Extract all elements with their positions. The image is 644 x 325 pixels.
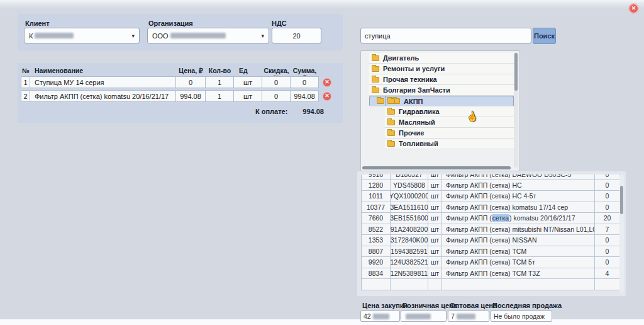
organization-select[interactable]: ООО ▾: [147, 28, 269, 43]
tree-folder-item[interactable]: Топливный: [385, 139, 514, 149]
result-cell-unit: шт: [428, 180, 442, 191]
result-cell-id: 1011: [362, 191, 391, 202]
cart-panel: № Наименование Цена, ₽ Кол-во Ед Скидка,…: [18, 63, 343, 123]
category-tree: Двигатель Ремонты и услуги Прочая техник…: [361, 53, 519, 149]
result-cell-article: YDS45808: [391, 180, 428, 191]
cart-total-value: 994.08: [303, 108, 324, 115]
redacted-purchase-price: [373, 314, 389, 319]
cart-cell-price[interactable]: 994.08: [176, 90, 206, 102]
redacted-client-value: [35, 33, 74, 38]
result-cell-qty: 0: [595, 174, 620, 180]
result-cell-article: 124U382521: [391, 257, 428, 268]
result-row[interactable]: 1353 3172840K00 шт Фильтр АКПП (сетка) N…: [362, 235, 620, 246]
cart-cell-qty[interactable]: 1: [206, 76, 234, 88]
folder-icon: [372, 66, 379, 72]
result-cell-unit: шт: [428, 257, 442, 268]
result-cell-qty: [595, 279, 620, 290]
result-cell-id: 8807: [362, 246, 391, 257]
letterbox-top: [0, 0, 644, 9]
tree-horizontal-scrollbar-thumb[interactable]: [362, 166, 511, 169]
result-cell-name: Фильтр АКПП (сетка) komatsu 17/14 сер: [442, 202, 595, 213]
retail-price-value: [401, 311, 447, 322]
cart-cell-qty[interactable]: 1: [206, 90, 234, 102]
result-cell-unit: шт: [428, 246, 442, 257]
organization-label: Организация: [148, 20, 193, 27]
result-row[interactable]: 8807 1594382591 шт Фильтр АКПП (сетка) T…: [362, 246, 620, 258]
result-row[interactable]: 7660 3EB1551600 шт Фильтр АКПП (сетка) k…: [362, 213, 620, 224]
tree-folder-item[interactable]: Болгария ЗапЧасти: [369, 85, 514, 96]
last-sale-value: Не было продаж: [491, 311, 552, 322]
wholesale-price-field: Оптовая цена 7: [448, 302, 497, 322]
folder-icon: [372, 88, 379, 93]
result-row[interactable]: 9916 D180327 шт Фильтр АКПП (сетка) DAEW…: [362, 174, 620, 180]
cart-cell-unit: шт: [234, 90, 262, 102]
redacted-retail-price: [406, 314, 431, 319]
tree-folder-label: Гидравлика: [399, 108, 440, 115]
results-vertical-scrollbar[interactable]: [619, 174, 624, 293]
result-cell-article: 3EA1511610: [391, 202, 428, 213]
tree-folder-item[interactable]: Масляный: [385, 117, 514, 128]
result-row[interactable]: 1280 YDS45808 шт Фильтр АКПП (сетка) HC …: [362, 180, 620, 191]
result-row[interactable]: 8834 12N5389811 шт Фильтр АКПП (сетка) T…: [362, 268, 620, 280]
result-cell-id: 9916: [362, 174, 391, 180]
result-cell-id: 7660: [362, 213, 391, 224]
redacted-organization-value: [170, 33, 226, 38]
cart-row[interactable]: 2 Фильтр АКПП (сетка) komatsu 20/16/21/1…: [21, 90, 331, 102]
folder-icon: [387, 98, 395, 104]
folder-icon: [387, 141, 395, 147]
tree-folder-item[interactable]: АКПП: [385, 96, 514, 106]
result-cell-name: Фильтр АКПП (сетка) HC 4-5т: [442, 191, 595, 202]
cart-cell-price[interactable]: 0: [176, 76, 206, 88]
cart-row[interactable]: 1 Ступица МУ 14 серия 0 1 шт 0 0 ✕: [21, 76, 331, 88]
cart-cell-name[interactable]: Фильтр АКПП (сетка) komatsu 20/16/21/17: [30, 90, 176, 102]
folder-icon: [372, 77, 379, 83]
result-row[interactable]: 10377 3EA1511610 шт Фильтр АКПП (сетка) …: [362, 202, 620, 214]
cart-cell-unit: шт: [234, 76, 262, 88]
result-cell-qty: 0: [595, 235, 620, 246]
remove-item-button[interactable]: ✕: [323, 92, 331, 101]
tree-folder-item[interactable]: Двигатель: [369, 53, 514, 64]
result-cell-article: 3EB1551600: [391, 213, 428, 224]
result-cell-name: Фильтр АКПП (сетка) NISSAN: [442, 235, 595, 246]
close-window-button[interactable]: ✕: [628, 3, 639, 14]
result-cell-qty: 0: [595, 246, 620, 257]
cart-cell-num: 2: [21, 90, 30, 102]
result-cell-id: 8834: [362, 268, 391, 279]
cart-cell-discount[interactable]: 0: [262, 76, 291, 88]
result-cell-article: 12N5389811: [391, 268, 428, 279]
tree-folder-label: Прочие: [399, 129, 424, 137]
tree-folder-label: Топливный: [399, 140, 438, 147]
remove-item-button[interactable]: ✕: [323, 78, 331, 87]
tree-folder-label: Масляный: [399, 118, 435, 126]
cart-total: К оплате: 994.08: [255, 108, 324, 115]
tree-vertical-scrollbar-thumb[interactable]: [514, 53, 518, 91]
search-button[interactable]: Поиск: [533, 28, 556, 44]
last-sale-field: Последняя продажа Не было продаж: [491, 302, 562, 322]
chevron-down-icon: ▾: [131, 33, 135, 39]
result-cell-qty: 7: [595, 224, 620, 235]
result-row[interactable]: 8522 91A2408200 шт Фильтр АКПП (сетка) m…: [362, 224, 620, 236]
tree-folder-item[interactable]: Прочая техника: [369, 74, 514, 85]
result-cell-unit: шт: [428, 202, 442, 213]
result-cell-article: 1594382591: [391, 246, 428, 257]
result-cell-article: D180327: [391, 174, 428, 180]
client-select[interactable]: К ▾: [24, 28, 140, 43]
cart-cell-name[interactable]: Ступица МУ 14 серия: [30, 76, 176, 88]
folder-icon: [387, 109, 395, 115]
folder-icon: [377, 98, 384, 104]
result-cell-qty: 20: [595, 213, 620, 224]
tree-folder-item[interactable]: Ремонты и услуги: [369, 64, 514, 74]
result-cell-id: 1280: [362, 180, 391, 191]
result-row[interactable]: 1011 YQX1000200 шт Фильтр АКПП (сетка) H…: [362, 191, 620, 202]
search-input[interactable]: [360, 28, 531, 43]
vat-input[interactable]: [272, 28, 321, 43]
results-vertical-scrollbar-thumb[interactable]: [620, 186, 623, 214]
result-row[interactable]: [362, 279, 620, 290]
cart-cell-discount[interactable]: 0: [262, 90, 291, 102]
wholesale-price-label: Оптовая цена: [448, 302, 497, 309]
tree-folder-item[interactable]: Гидравлика: [385, 106, 514, 117]
tree-folder-item[interactable]: Прочие: [385, 128, 514, 139]
tree-vertical-scrollbar[interactable]: [514, 52, 518, 168]
cart-total-label: К оплате:: [255, 108, 287, 115]
result-row[interactable]: 9920 124U382521 шт Фильтр АКПП (сетка) T…: [362, 257, 620, 268]
